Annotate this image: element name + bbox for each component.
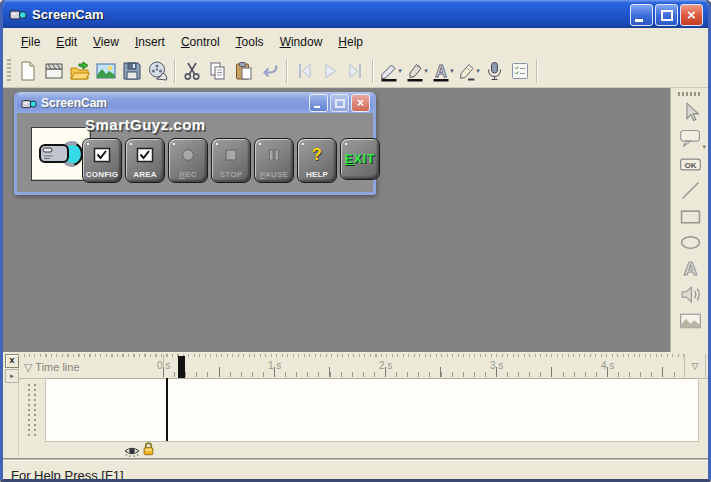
callout-bubble-button[interactable]: ▾ <box>674 125 706 151</box>
dropdown-arrow-icon[interactable]: ▾ <box>702 143 706 151</box>
close-button[interactable]: × <box>680 4 703 26</box>
text-tool-icon: A <box>678 256 703 281</box>
toolbar-grip[interactable] <box>678 92 702 96</box>
fw-button-stop[interactable]: STOP <box>211 138 251 183</box>
ok-button-button[interactable]: OK <box>674 151 706 177</box>
ok-button-icon: OK <box>678 152 703 177</box>
menu-item-control[interactable]: Control <box>173 31 228 53</box>
image-frame-button[interactable] <box>93 58 119 84</box>
menu-item-window[interactable]: Window <box>272 31 331 53</box>
new-document-button[interactable] <box>15 58 41 84</box>
image-frame-icon <box>95 60 117 82</box>
fw-button-label: HELP <box>306 170 328 179</box>
playhead-line[interactable] <box>166 378 168 441</box>
dropdown-arrow-icon[interactable]: ▾ <box>424 67 428 75</box>
menu-item-tools[interactable]: Tools <box>228 31 272 53</box>
playhead-handle[interactable] <box>178 356 185 380</box>
open-folder-button[interactable] <box>67 58 93 84</box>
eraser-icon <box>456 60 478 82</box>
microphone-button[interactable] <box>481 58 507 84</box>
timeline-grip[interactable] <box>27 384 37 436</box>
timeline-header: ▽ Time line <box>24 361 80 374</box>
camcorder-icon <box>21 96 37 109</box>
ellipse-tool-button[interactable] <box>674 229 706 255</box>
step-forward-button[interactable] <box>343 58 369 84</box>
fw-button-rec[interactable]: REC <box>168 138 208 183</box>
fw-button-label: PAUSE <box>260 170 288 179</box>
rectangle-tool-button[interactable] <box>674 203 706 229</box>
toolbar-grip[interactable] <box>7 59 11 83</box>
save-floppy-button[interactable] <box>119 58 145 84</box>
timeline-track[interactable] <box>45 378 699 442</box>
highlighter-icon <box>404 60 426 82</box>
fw-button-help[interactable]: ?HELP <box>297 138 337 183</box>
title-bar[interactable]: ScreenCam × <box>3 0 708 28</box>
step-back-icon <box>293 60 315 82</box>
menu-item-insert[interactable]: Insert <box>127 31 173 53</box>
close-button[interactable]: × <box>351 94 370 112</box>
timeline-ruler[interactable]: ▽ Time line 0 s1 s2 s3 s4 s ▽ <box>18 354 708 379</box>
play-button[interactable] <box>317 58 343 84</box>
audio-speaker-button[interactable] <box>674 281 706 307</box>
window-controls: × <box>630 4 703 26</box>
fw-button-label: EXIT <box>345 152 376 166</box>
ruler-label-0: 0 s <box>157 360 170 371</box>
fw-button-exit[interactable]: EXIT <box>340 138 380 180</box>
timeline-close-button[interactable]: x <box>5 354 19 368</box>
fw-button-area[interactable]: AREA <box>125 138 165 183</box>
line-tool-button[interactable] <box>674 177 706 203</box>
minimize-icon <box>314 106 320 108</box>
timeline-panel: x ▸ ▽ Time line 0 s1 s2 s3 s4 s ▽ <box>3 352 708 459</box>
copy-pages-button[interactable] <box>205 58 231 84</box>
control-window-body: SmartGuyz.com CONFIGAREARECSTOPPAUSE?HEL… <box>17 113 373 192</box>
line-tool-icon <box>678 178 703 203</box>
clapperboard-button[interactable] <box>41 58 67 84</box>
fw-button-label: STOP <box>220 170 242 179</box>
clapperboard-icon <box>43 60 65 82</box>
screencam-window: ScreenCam × FileEditViewInsertControlToo… <box>0 0 711 482</box>
status-text: For Help Press [F1] <box>11 468 124 480</box>
menu-item-file[interactable]: File <box>13 31 48 53</box>
highlighter-button[interactable]: ▾ <box>403 58 429 84</box>
maximize-icon <box>661 10 673 21</box>
toolbar-separator <box>286 59 288 83</box>
eye-icon[interactable] <box>124 443 140 455</box>
dropdown-arrow-icon[interactable]: ▾ <box>450 67 454 75</box>
save-floppy-icon <box>121 60 143 82</box>
fw-button-config[interactable]: CONFIG <box>82 138 122 183</box>
checkbox-checked-icon <box>126 139 164 170</box>
pen-button[interactable]: ▾ <box>377 58 403 84</box>
menu-item-help[interactable]: Help <box>330 31 371 53</box>
film-reel-icon <box>147 60 169 82</box>
maximize-button[interactable] <box>330 94 349 112</box>
minimize-button[interactable] <box>630 4 653 26</box>
eraser-button[interactable]: ▾ <box>455 58 481 84</box>
status-bar: For Help Press [F1] <box>3 459 708 480</box>
maximize-button[interactable] <box>655 4 678 26</box>
undo-arrow-button[interactable] <box>257 58 283 84</box>
window-title: ScreenCam <box>32 7 104 22</box>
svg-text:A: A <box>683 258 697 279</box>
dropdown-arrow-icon[interactable]: ▾ <box>476 67 480 75</box>
menu-item-view[interactable]: View <box>85 31 127 53</box>
padlock-icon[interactable] <box>142 441 155 456</box>
minimize-button[interactable] <box>309 94 328 112</box>
step-back-button[interactable] <box>291 58 317 84</box>
dropdown-arrow-icon[interactable]: ▾ <box>398 67 402 75</box>
open-folder-icon <box>69 60 91 82</box>
ruler-options-dropdown[interactable]: ▽ <box>684 354 706 377</box>
film-reel-button[interactable] <box>145 58 171 84</box>
options-list-button[interactable] <box>507 58 533 84</box>
menu-item-edit[interactable]: Edit <box>48 31 85 53</box>
select-arrow-button[interactable] <box>674 99 706 125</box>
timeline-expand-button[interactable]: ▸ <box>5 369 19 383</box>
fw-button-pause[interactable]: PAUSE <box>254 138 294 183</box>
cut-scissors-button[interactable] <box>179 58 205 84</box>
control-window-title-bar[interactable]: ScreenCam × <box>17 92 373 113</box>
picture-tool-button[interactable] <box>674 307 706 333</box>
ruler-fine-ticks <box>18 354 708 357</box>
font-letter-button[interactable]: A▾ <box>429 58 455 84</box>
paste-clipboard-button[interactable] <box>231 58 257 84</box>
annotation-toolbar: ▾OKA <box>670 88 709 352</box>
text-tool-button[interactable]: A <box>674 255 706 281</box>
